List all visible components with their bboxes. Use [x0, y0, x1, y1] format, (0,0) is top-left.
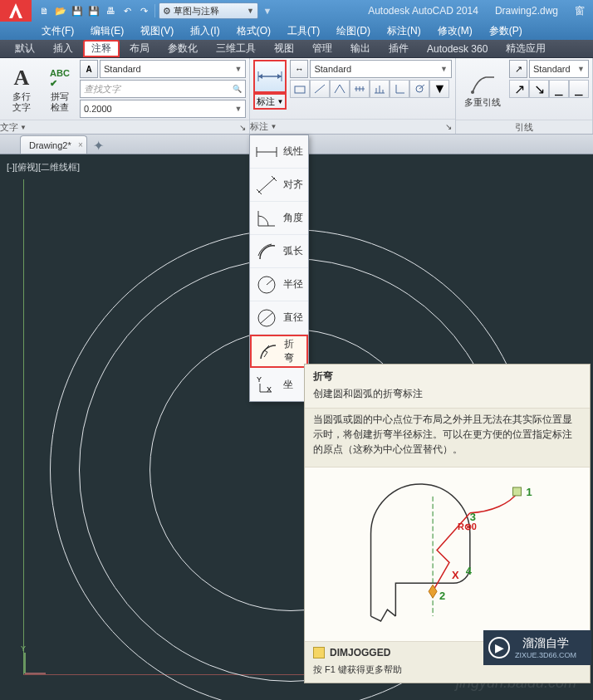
saveas-icon[interactable]: 💾: [86, 3, 101, 18]
textstyle-icon[interactable]: A: [80, 60, 98, 78]
mtext-icon: A: [8, 65, 35, 91]
tab-output[interactable]: 输出: [342, 40, 379, 57]
new-icon[interactable]: 🗎: [37, 3, 51, 18]
qat-dropdown-icon[interactable]: ▼: [260, 3, 275, 18]
mleader-button[interactable]: 多重引线: [459, 60, 506, 118]
menu-insert[interactable]: 插入(I): [182, 22, 228, 40]
linear-dim-icon: [257, 66, 283, 86]
textheight-combo[interactable]: 0.2000 ▼: [80, 100, 246, 118]
tooltip-hint: 按 F1 键获得更多帮助: [305, 663, 590, 683]
linear-icon: [253, 139, 280, 165]
menu-bar: 文件(F) 编辑(E) 视图(V) 插入(I) 格式(O) 工具(T) 绘图(D…: [0, 22, 593, 40]
dimension-dropdown-menu: 线性 对齐 角度 弧长 半径 直径 折弯 YX 坐: [249, 135, 309, 402]
add-tab-icon[interactable]: ✦: [91, 137, 107, 154]
tab-3dtools[interactable]: 三维工具: [208, 40, 264, 57]
leader-tool-1[interactable]: ↗: [509, 80, 529, 98]
dim-tool-7[interactable]: [409, 80, 429, 98]
dim-tool-1[interactable]: [290, 80, 310, 98]
separator: [154, 4, 155, 17]
menu-param[interactable]: 参数(P): [481, 22, 531, 40]
filetab-drawing2[interactable]: Drawing2* ×: [20, 135, 87, 154]
menu-edit[interactable]: 编辑(E): [82, 22, 132, 40]
dim-tool-6[interactable]: [390, 80, 409, 98]
chevron-down-icon: ▼: [270, 123, 277, 130]
menu-file[interactable]: 文件(F): [33, 22, 82, 40]
dim-linear[interactable]: 线性: [250, 135, 308, 169]
open-icon[interactable]: 📂: [53, 3, 68, 18]
dim-tool-8[interactable]: ▼: [429, 80, 449, 98]
ribbon: A 多行 文字 ABC✔ 拼写 检查 A Standard ▼ 查找文字: [0, 58, 593, 135]
dim-aligned[interactable]: 对齐: [250, 169, 308, 202]
panel-leader-title[interactable]: 引线: [456, 120, 592, 134]
panel-text-title[interactable]: 文字▼ ↘: [0, 120, 249, 134]
tab-layout[interactable]: 布局: [121, 40, 158, 57]
svg-text:Y: Y: [21, 644, 26, 653]
title-bar: 🗎 📂 💾 💾 🖶 ↶ ↷ ⚙ 草图与注释 ▼ ▼ Autodesk AutoC…: [0, 0, 593, 22]
tab-featured[interactable]: 精选应用: [497, 40, 554, 57]
file-title: Drawing2.dwg: [487, 5, 566, 17]
dim-tool-5[interactable]: [370, 80, 390, 98]
save-icon[interactable]: 💾: [70, 3, 85, 18]
viewport-label[interactable]: [-][俯视][二维线框]: [7, 161, 80, 174]
mtext-button[interactable]: A 多行 文字: [3, 60, 40, 118]
tab-parametric[interactable]: 参数化: [159, 40, 206, 57]
command-icon: [313, 647, 325, 658]
diag-n2: 2: [439, 590, 445, 602]
dim-tool-3[interactable]: [330, 80, 350, 98]
diag-x: X: [452, 569, 459, 581]
menu-tools[interactable]: 工具(T): [279, 22, 328, 40]
menu-dimension[interactable]: 标注(N): [379, 22, 429, 40]
menu-view[interactable]: 视图(V): [132, 22, 182, 40]
dim-tool-2[interactable]: [310, 80, 330, 98]
undo-icon[interactable]: ↶: [120, 3, 135, 18]
textstyle-value: Standard: [104, 64, 141, 74]
axis-y: [23, 179, 24, 675]
dimension-dropdown[interactable]: 标注 ▼: [253, 93, 287, 110]
play-icon: ▶: [488, 637, 510, 658]
dimstyle-icon[interactable]: ↔: [290, 60, 308, 78]
dim-tool-row: ▼: [290, 80, 452, 98]
menu-format[interactable]: 格式(O): [228, 22, 279, 40]
leader-tool-2[interactable]: ↘: [529, 80, 549, 98]
mleader-icon: [469, 71, 496, 97]
panel-dim-title[interactable]: 标注▼ ↘: [250, 119, 455, 134]
close-icon[interactable]: ×: [78, 140, 83, 149]
spellcheck-label: 拼写 检查: [51, 91, 69, 113]
tab-plugins[interactable]: 插件: [380, 40, 417, 57]
redo-icon[interactable]: ↷: [136, 3, 151, 18]
dimstyle-combo[interactable]: Standard ▼: [310, 60, 452, 78]
app-icon[interactable]: [0, 0, 32, 22]
tab-view[interactable]: 视图: [266, 40, 302, 57]
leader-tool-3[interactable]: ⎯: [549, 80, 569, 98]
print-icon[interactable]: 🖶: [103, 3, 118, 18]
svg-rect-34: [513, 487, 522, 496]
dialog-launcher-icon[interactable]: ↘: [445, 122, 452, 131]
tab-a360[interactable]: Autodesk 360: [419, 40, 496, 57]
spellcheck-button[interactable]: ABC✔ 拼写 检查: [43, 60, 76, 118]
dim-arc[interactable]: 弧长: [250, 235, 308, 268]
dimension-button[interactable]: [253, 60, 287, 93]
textstyle-combo[interactable]: Standard ▼: [100, 60, 246, 78]
leaderstyle-icon[interactable]: ↗: [509, 60, 527, 78]
tab-annotate[interactable]: 注释: [83, 40, 120, 57]
dim-radius[interactable]: 半径: [250, 268, 308, 301]
leaderstyle-combo[interactable]: Standard ▼: [529, 60, 589, 78]
leader-tool-4[interactable]: ⎯: [569, 80, 589, 98]
ucs-icon: Y: [17, 649, 50, 682]
menu-draw[interactable]: 绘图(D): [328, 22, 379, 40]
textheight-value: 0.2000: [84, 104, 112, 114]
find-input[interactable]: 查找文字 🔍: [80, 80, 246, 98]
dim-ordinate[interactable]: YX 坐: [250, 368, 308, 401]
dim-angular[interactable]: 角度: [250, 202, 308, 235]
tab-insert[interactable]: 插入: [45, 40, 81, 57]
gear-icon: ⚙: [163, 6, 171, 17]
dim-tool-4[interactable]: [350, 80, 370, 98]
dim-jogged[interactable]: 折弯: [250, 335, 308, 368]
tab-default[interactable]: 默认: [7, 40, 43, 57]
workspace-selector[interactable]: ⚙ 草图与注释 ▼: [159, 2, 258, 19]
dialog-launcher-icon[interactable]: ↘: [239, 123, 246, 132]
menu-modify[interactable]: 修改(M): [429, 22, 481, 40]
dim-diameter[interactable]: 直径: [250, 301, 308, 335]
tab-manage[interactable]: 管理: [304, 40, 341, 57]
arc-icon: [253, 238, 280, 265]
